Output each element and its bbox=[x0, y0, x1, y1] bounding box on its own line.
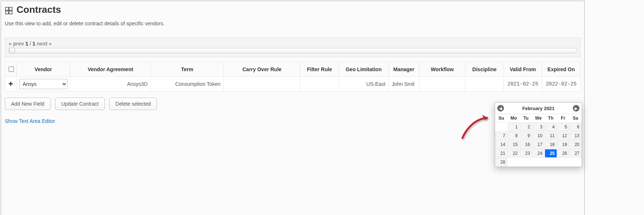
date-picker: ◀ February 2021 ▶ Su Mo Tu We Th Fr Sa 1… bbox=[495, 102, 582, 167]
svg-rect-2 bbox=[6, 11, 8, 14]
dow-tu: Tu bbox=[520, 114, 532, 123]
cell-term bbox=[151, 77, 224, 92]
pager-prev[interactable]: « prev bbox=[9, 41, 24, 47]
calendar-day[interactable]: 25 bbox=[545, 149, 557, 157]
calendar-day[interactable]: 4 bbox=[545, 123, 557, 131]
col-carry-over-rule[interactable]: Carry Over Rule bbox=[224, 62, 300, 77]
calendar-day[interactable]: 1 bbox=[508, 123, 520, 131]
term-input[interactable] bbox=[151, 77, 223, 91]
cell-carry-over-rule bbox=[224, 77, 300, 92]
col-geo-limitation[interactable]: Geo Limitation bbox=[339, 62, 388, 77]
date-picker-header: ◀ February 2021 ▶ bbox=[495, 103, 582, 114]
calendar-day-empty bbox=[508, 161, 520, 163]
prev-month-icon[interactable]: ◀ bbox=[497, 105, 504, 112]
col-workflow[interactable]: Workflow bbox=[419, 62, 465, 77]
svg-rect-1 bbox=[9, 7, 12, 10]
calendar-day[interactable]: 16 bbox=[520, 141, 532, 149]
calendar-day[interactable]: 26 bbox=[557, 149, 569, 157]
calendar-day[interactable]: 7 bbox=[495, 132, 507, 140]
calendar-day[interactable]: 10 bbox=[533, 132, 544, 140]
calendar-day[interactable]: 9 bbox=[520, 132, 532, 140]
calendar-day-empty bbox=[520, 161, 532, 163]
calendar-day[interactable]: 12 bbox=[557, 132, 569, 140]
calendar-day[interactable]: 13 bbox=[570, 132, 581, 140]
page-description: Use this view to add, edit or delete con… bbox=[5, 21, 581, 26]
calendar-day[interactable]: 23 bbox=[520, 149, 532, 157]
pager-next[interactable]: next » bbox=[37, 41, 51, 47]
workflow-input[interactable] bbox=[420, 77, 465, 91]
plus-icon[interactable]: + bbox=[8, 79, 13, 88]
calendar-day[interactable]: 28 bbox=[495, 158, 507, 166]
calendar-day-empty bbox=[545, 161, 557, 163]
col-filter-rule[interactable]: Filter Rule bbox=[300, 62, 339, 77]
vendor-select[interactable]: Ansys bbox=[19, 79, 67, 89]
pager-sep: / bbox=[30, 41, 31, 47]
svg-rect-0 bbox=[6, 7, 8, 10]
discipline-input[interactable] bbox=[465, 77, 504, 91]
update-contract-button[interactable]: Update Contract bbox=[55, 98, 105, 110]
calendar-day[interactable]: 17 bbox=[533, 141, 544, 149]
calendar-day[interactable]: 3 bbox=[533, 123, 544, 131]
dow-mo: Mo bbox=[508, 114, 520, 123]
calendar-day[interactable]: 20 bbox=[570, 141, 581, 149]
cell-manager bbox=[388, 77, 419, 92]
calendar-day[interactable]: 15 bbox=[508, 141, 520, 149]
calendar-day-empty bbox=[570, 161, 581, 163]
add-new-field-button[interactable]: Add New Field bbox=[5, 98, 51, 110]
pager-slider[interactable] bbox=[9, 48, 577, 53]
calendar-day[interactable]: 11 bbox=[545, 132, 557, 140]
col-vendor-agreement[interactable]: Vendor Agreement bbox=[70, 62, 151, 77]
contracts-page: Contracts Use this view to add, edit or … bbox=[1, 1, 585, 215]
calendar-grid: Su Mo Tu We Th Fr Sa 1234567891011121314… bbox=[495, 114, 582, 167]
show-text-area-editor-link[interactable]: Show Text Area Editor bbox=[5, 118, 55, 124]
manager-input[interactable] bbox=[389, 77, 419, 91]
dow-su: Su bbox=[495, 114, 508, 123]
page-title-text: Contracts bbox=[17, 4, 61, 15]
col-expired-on[interactable]: Expired On bbox=[542, 62, 581, 77]
pager-total: 1 bbox=[33, 41, 36, 47]
calendar-day[interactable]: 19 bbox=[557, 141, 569, 149]
select-all-checkbox[interactable] bbox=[8, 66, 14, 72]
cell-geo-limitation bbox=[339, 77, 388, 92]
calendar-day[interactable]: 24 bbox=[533, 149, 544, 157]
cell-vendor-agreement bbox=[70, 77, 151, 92]
calendar-day[interactable]: 8 bbox=[508, 132, 520, 140]
calendar-day-empty bbox=[533, 161, 544, 163]
cell-discipline bbox=[465, 77, 504, 92]
annotation-arrow-icon bbox=[460, 111, 493, 141]
add-row-cell: + bbox=[5, 77, 17, 92]
contracts-table: Vendor Vendor Agreement Term Carry Over … bbox=[5, 62, 581, 92]
dow-th: Th bbox=[545, 114, 557, 123]
col-vendor[interactable]: Vendor bbox=[17, 62, 70, 77]
calendar-day[interactable]: 22 bbox=[508, 149, 520, 157]
valid-from-input[interactable] bbox=[504, 77, 542, 91]
carry-over-rule-input[interactable] bbox=[224, 77, 300, 91]
vendor-agreement-input[interactable] bbox=[70, 77, 151, 91]
cell-valid-from bbox=[504, 77, 542, 92]
filter-rule-input[interactable] bbox=[300, 77, 339, 91]
col-manager[interactable]: Manager bbox=[388, 62, 419, 77]
action-bar: Add New Field Update Contract Delete sel… bbox=[5, 98, 581, 110]
cell-workflow bbox=[419, 77, 465, 92]
calendar-day[interactable]: 5 bbox=[557, 123, 569, 131]
page-title: Contracts bbox=[5, 4, 581, 15]
col-discipline[interactable]: Discipline bbox=[465, 62, 504, 77]
pager-current: 1 bbox=[25, 41, 28, 47]
col-term[interactable]: Term bbox=[151, 62, 224, 77]
next-month-icon[interactable]: ▶ bbox=[573, 105, 579, 112]
svg-rect-3 bbox=[9, 11, 12, 14]
delete-selected-button[interactable]: Delete selected bbox=[109, 98, 157, 110]
col-valid-from[interactable]: Valid From bbox=[504, 62, 542, 77]
pager-slider-handle[interactable] bbox=[9, 48, 15, 54]
calendar-day[interactable]: 14 bbox=[495, 141, 507, 149]
calendar-day[interactable]: 21 bbox=[495, 149, 507, 157]
expired-on-input[interactable] bbox=[542, 77, 580, 91]
calendar-day[interactable]: 27 bbox=[570, 149, 581, 157]
cell-filter-rule bbox=[300, 77, 339, 92]
calendar-day[interactable]: 2 bbox=[520, 123, 532, 131]
calendar-day[interactable]: 6 bbox=[570, 123, 581, 131]
grid-icon bbox=[5, 6, 13, 14]
calendar-day[interactable]: 18 bbox=[545, 141, 557, 149]
geo-limitation-input[interactable] bbox=[339, 77, 388, 91]
calendar-day-empty bbox=[495, 126, 507, 128]
